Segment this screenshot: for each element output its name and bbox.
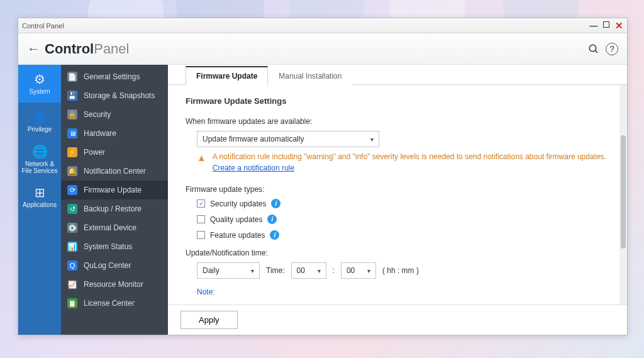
settings-panel: Firmware Update Settings When firmware u…: [168, 85, 627, 305]
control-panel-window: Control Panel — ✕ ← ControlPanel ? ⚙Syst…: [18, 18, 628, 335]
feature-updates-checkbox[interactable]: [197, 231, 205, 239]
help-icon[interactable]: ?: [606, 43, 618, 55]
scrollbar-thumb[interactable]: [621, 135, 626, 249]
hhmm-hint: ( hh : mm ): [382, 266, 419, 275]
close-icon[interactable]: ✕: [614, 21, 623, 30]
info-icon[interactable]: i: [270, 230, 279, 240]
note-label: Note:: [197, 288, 609, 296]
sidebar-label: Power: [84, 148, 105, 157]
category-icon: ⚙: [34, 72, 45, 86]
notification-warning: ▲ A notification rule including "warning…: [197, 151, 609, 174]
sidebar-label: Security: [84, 110, 111, 119]
sidebar-icon: 📈: [67, 279, 77, 289]
security-updates-label: Security updates: [210, 199, 266, 208]
time-word: Time:: [266, 266, 285, 275]
maximize-icon[interactable]: [603, 21, 609, 28]
section-title: Firmware Update Settings: [186, 96, 609, 106]
search-icon[interactable]: [586, 41, 602, 57]
window-title: Control Panel: [22, 22, 589, 30]
sidebar-icon: ⟳: [67, 185, 77, 195]
footer-bar: Apply: [168, 305, 627, 335]
quality-updates-checkbox[interactable]: [197, 215, 205, 223]
sidebar-label: Resource Monitor: [84, 280, 143, 289]
settings-sidebar: 📄General Settings💾Storage & Snapshots🔒Se…: [61, 65, 168, 335]
create-notification-rule-link[interactable]: Create a notification rule: [213, 164, 294, 172]
update-types-label: Firmware update types:: [186, 185, 609, 194]
when-available-label: When firmware updates are available:: [186, 117, 609, 126]
sidebar-item[interactable]: 💾Storage & Snapshots: [61, 86, 168, 105]
sidebar-item[interactable]: 📄General Settings: [61, 67, 168, 86]
frequency-select[interactable]: Daily: [197, 262, 260, 279]
sidebar-item[interactable]: 💽External Device: [61, 218, 168, 237]
sidebar-item[interactable]: ↺Backup / Restore: [61, 199, 168, 218]
sidebar-icon: 📋: [67, 298, 77, 308]
svg-line-1: [595, 50, 597, 53]
category-label: Applications: [23, 201, 57, 208]
sidebar-icon: 💾: [67, 91, 77, 101]
warning-icon: ▲: [197, 151, 206, 174]
security-updates-checkbox[interactable]: ✓: [197, 199, 205, 208]
app-title-bold: Control: [45, 41, 94, 57]
app-title: ControlPanel: [45, 41, 129, 57]
sidebar-icon: Q: [67, 260, 77, 271]
app-title-light: Panel: [94, 41, 129, 57]
sidebar-label: License Center: [84, 299, 135, 308]
sidebar-icon: 🖥: [67, 128, 77, 138]
when-available-select[interactable]: Update firmware automatically: [197, 131, 379, 147]
category-nav-item[interactable]: 👤Privilege: [18, 103, 61, 140]
sidebar-label: Backup / Restore: [84, 204, 142, 213]
sidebar-icon: ↺: [67, 204, 77, 214]
hour-select[interactable]: 00: [291, 262, 326, 279]
minimize-icon[interactable]: —: [589, 21, 598, 30]
sidebar-icon: 💽: [67, 223, 77, 233]
sidebar-icon: ⚡: [67, 147, 77, 157]
info-icon[interactable]: i: [271, 199, 280, 208]
sidebar-item[interactable]: ⚡Power: [61, 143, 168, 162]
sidebar-label: External Device: [84, 223, 136, 232]
category-nav: ⚙System👤Privilege🌐Network & File Service…: [18, 65, 61, 335]
apply-button[interactable]: Apply: [180, 311, 238, 329]
sidebar-label: Firmware Update: [84, 186, 142, 194]
sidebar-item[interactable]: ⟳Firmware Update: [61, 181, 168, 199]
sidebar-item[interactable]: 🔔Notification Center: [61, 162, 168, 181]
category-label: System: [29, 88, 50, 95]
tab[interactable]: Manual Installation: [268, 67, 352, 85]
window-titlebar[interactable]: Control Panel — ✕: [18, 18, 627, 33]
content-area: Firmware UpdateManual Installation Firmw…: [168, 65, 627, 335]
sidebar-item[interactable]: 📋License Center: [61, 294, 168, 313]
sidebar-icon: 📊: [67, 242, 77, 252]
category-nav-item[interactable]: ⚙System: [18, 65, 61, 103]
category-label: Privilege: [28, 126, 52, 133]
sidebar-label: Storage & Snapshots: [84, 91, 155, 100]
sidebar-icon: 🔔: [67, 166, 77, 176]
update-time-label: Update/Notification time:: [186, 249, 609, 257]
back-arrow-icon[interactable]: ←: [27, 42, 45, 56]
category-icon: 👤: [32, 110, 48, 124]
sidebar-label: Hardware: [84, 129, 116, 138]
minute-select[interactable]: 00: [341, 262, 376, 279]
sidebar-label: Notification Center: [84, 167, 146, 176]
sidebar-item[interactable]: 📈Resource Monitor: [61, 275, 168, 294]
sidebar-icon: 🔒: [67, 109, 77, 120]
category-icon: ⊞: [35, 186, 45, 199]
sidebar-icon: 📄: [67, 72, 77, 82]
quality-updates-label: Quality updates: [210, 215, 262, 224]
category-label: Network & File Services: [19, 160, 60, 174]
sidebar-label: QuLog Center: [84, 261, 131, 270]
info-icon[interactable]: i: [267, 215, 277, 224]
category-nav-item[interactable]: 🌐Network & File Services: [18, 140, 61, 178]
tab[interactable]: Firmware Update: [186, 66, 268, 85]
vertical-scrollbar[interactable]: [619, 85, 627, 305]
tab-bar: Firmware UpdateManual Installation: [168, 65, 627, 85]
feature-updates-label: Feature updates: [210, 231, 265, 240]
sidebar-label: General Settings: [84, 72, 140, 81]
sidebar-label: System Status: [84, 242, 132, 251]
sidebar-item[interactable]: QQuLog Center: [61, 256, 168, 275]
category-nav-item[interactable]: ⊞Applications: [18, 178, 61, 216]
category-icon: 🌐: [32, 145, 48, 159]
sidebar-item[interactable]: 📊System Status: [61, 237, 168, 256]
app-header: ← ControlPanel ?: [18, 33, 627, 65]
sidebar-item[interactable]: 🔒Security: [61, 105, 168, 124]
sidebar-item[interactable]: 🖥Hardware: [61, 124, 168, 143]
svg-point-0: [589, 45, 596, 52]
